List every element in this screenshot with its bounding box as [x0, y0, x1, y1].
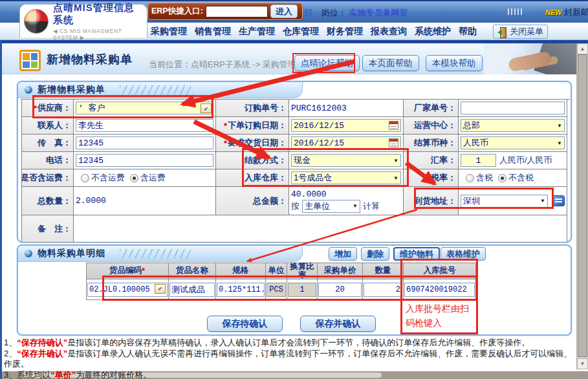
table-row-cell-unit: PCS — [266, 279, 287, 300]
item-ratio-value: 1 — [288, 283, 316, 297]
vertical-scrollbar[interactable] — [576, 43, 588, 369]
order-date-cell: 2016/12/15 — [289, 117, 404, 135]
currency-cell: 人民币 — [459, 135, 567, 152]
erp-window: 点晴MIS管理信息系统 ◀ CS MIS MANAGMENT SYSTEM ▶ … — [0, 0, 588, 379]
supplier-label: *供应商： — [22, 100, 74, 117]
save-confirm-button[interactable]: 保存并确认 — [300, 316, 376, 332]
erp-enter-button[interactable]: 进入 — [270, 5, 298, 18]
order-date-input[interactable]: 2016/12/15 — [291, 119, 401, 132]
col-header-name: 货品名称 — [169, 263, 216, 279]
item-name-input[interactable]: 测试成品 — [169, 283, 215, 297]
total-amount-label: 总金额： — [216, 187, 289, 215]
item-unit-value: PCS — [267, 283, 286, 297]
mail-notice-text: 封新邮件，请 — [564, 6, 588, 18]
op-center-select[interactable]: 总部 — [461, 119, 565, 132]
forum-help-button[interactable]: 点晴论坛帮助 — [294, 55, 360, 71]
close-menu-button[interactable]: 关闭菜单 — [493, 25, 548, 39]
footer-notes: 1、“保存待确认”是指该订单的内容保存为草稿待确认，录入人确认订单后才会流转到下… — [4, 338, 576, 379]
app-logo-icon — [24, 9, 49, 34]
supplier-input[interactable]: ' 客户 — [76, 102, 213, 114]
table-maintain-button[interactable]: 表格维护 — [441, 247, 486, 261]
module-help-button[interactable]: 本模块帮助 — [426, 55, 483, 71]
scroll-up-arrow[interactable] — [577, 43, 588, 54]
freight-excluded-label: 不含运费 — [91, 172, 125, 184]
delete-row-button[interactable]: 删除 — [361, 247, 389, 261]
freight-excluded-radio[interactable] — [81, 174, 89, 182]
col-header-spec: 规格 — [216, 263, 266, 279]
table-row-cell-ratio: 1 — [287, 279, 318, 300]
menu-item-purchase[interactable]: 采购管理 — [151, 26, 187, 38]
col-header-ratio: 换算比率 — [287, 263, 318, 279]
erp-quick-entry-input[interactable] — [206, 6, 268, 17]
item-price-input[interactable]: 20 — [318, 283, 362, 297]
total-amount-cell: 40.0000 按 主单位 计算 — [289, 187, 404, 215]
logo-panel: 点晴MIS管理信息系统 ◀ CS MIS MANAGMENT SYSTEM ▶ — [19, 4, 147, 38]
address-book-icon[interactable] — [552, 195, 565, 206]
tax-included-label: 含税 — [476, 172, 493, 184]
new-mail-notice[interactable]: NEW 封新邮件，请 — [545, 6, 588, 18]
delivery-date-input[interactable]: 2016/12/15 — [291, 136, 401, 149]
vendor-no-input[interactable] — [461, 102, 565, 114]
order-no-value: PURC1612003 — [289, 100, 404, 117]
col-header-qty: 数量 — [363, 263, 404, 279]
fax-label: 传 真： — [22, 135, 74, 152]
detail-header: 物料采购单明细 — [18, 246, 303, 262]
calendar-icon[interactable] — [389, 138, 398, 147]
warehouse-label: 入库仓库： — [216, 169, 289, 187]
fax-input[interactable]: 12345 — [76, 136, 213, 149]
phone-input[interactable]: 12345 — [76, 154, 213, 167]
remark-textarea[interactable] — [74, 215, 567, 243]
tax-excluded-radio[interactable] — [498, 174, 506, 182]
currency-select[interactable]: 人民币 — [461, 136, 565, 149]
module-icon — [19, 50, 41, 71]
tax-cell: 含税 不含税 — [459, 169, 567, 187]
calendar-icon[interactable] — [389, 121, 398, 130]
item-batch-input[interactable]: 6907420019022 — [404, 283, 475, 297]
add-row-button[interactable]: 增加 — [329, 247, 357, 261]
page-title: 新增物料采购单 — [47, 52, 133, 67]
scroll-down-arrow[interactable] — [577, 358, 588, 369]
page-help-button[interactable]: 本页面帮助 — [362, 55, 419, 71]
page-left-border — [0, 40, 2, 379]
vertical-scrollbar-thumb[interactable] — [578, 54, 587, 357]
calc-unit-select[interactable]: 主单位 — [302, 200, 360, 213]
table-row-cell-spec: 0.125*111.2*1 — [216, 279, 266, 300]
note-line-3: 3、系统均以“单价”为最终的对账价格。 — [4, 370, 576, 379]
item-code-input[interactable]: 02.JL0.100005 — [87, 283, 168, 297]
address-select[interactable]: 深圳 — [461, 195, 548, 208]
tax-included-radio[interactable] — [466, 174, 474, 182]
rate-input[interactable]: 1 — [461, 154, 496, 167]
freight-label: 是否含运费： — [22, 169, 74, 187]
contact-input[interactable]: 李先生 — [76, 119, 213, 132]
app-title: 点晴MIS管理信息系统 — [53, 2, 143, 27]
position-value[interactable]: 实施专员兼网管 — [349, 8, 408, 17]
freight-included-label: 含运费 — [140, 172, 166, 184]
menu-item-sales[interactable]: 销售管理 — [195, 26, 231, 38]
freight-included-radio[interactable] — [130, 174, 138, 182]
item-code-lookup-icon[interactable] — [155, 284, 166, 294]
delivery-date-cell: 2016/12/15 — [289, 135, 404, 152]
section-bullet-icon — [25, 86, 32, 94]
new-badge-icon: NEW — [545, 8, 562, 16]
item-qty-input[interactable]: 2 — [364, 283, 402, 297]
payment-select[interactable]: 现金 — [291, 154, 401, 167]
table-row-cell-batch: 6907420019022 — [404, 279, 476, 300]
currency-label: 结算币种： — [404, 135, 459, 152]
op-center-label: 运营中心： — [404, 117, 459, 135]
detail-panel: 物料采购单明细 增加 删除 维护物料 表格维护 货品编码* 货品名称 规格 单位… — [17, 244, 572, 336]
menu-item-production[interactable]: 生产管理 — [239, 26, 275, 38]
menu-item-finance[interactable]: 财务管理 — [327, 26, 363, 38]
menu-item-warehouse[interactable]: 仓库管理 — [283, 26, 319, 38]
save-draft-button[interactable]: 保存待确认 — [207, 316, 283, 332]
menu-item-system[interactable]: 系统维护 — [415, 26, 451, 38]
warehouse-select[interactable]: 1号成品仓 — [291, 171, 401, 184]
menu-item-reports[interactable]: 报表查询 — [371, 26, 407, 38]
item-spec-input[interactable]: 0.125*111.2*1 — [217, 283, 265, 297]
position-label: 岗位： — [321, 8, 347, 17]
menu-item-help[interactable]: 帮助 — [459, 26, 477, 38]
supplier-lookup-icon[interactable] — [201, 103, 212, 113]
header-stripes-decoration — [120, 249, 191, 259]
total-amount-value: 40.0000 — [291, 190, 327, 199]
exit-door-icon — [497, 27, 507, 37]
maintain-material-button[interactable]: 维护物料 — [393, 247, 440, 261]
